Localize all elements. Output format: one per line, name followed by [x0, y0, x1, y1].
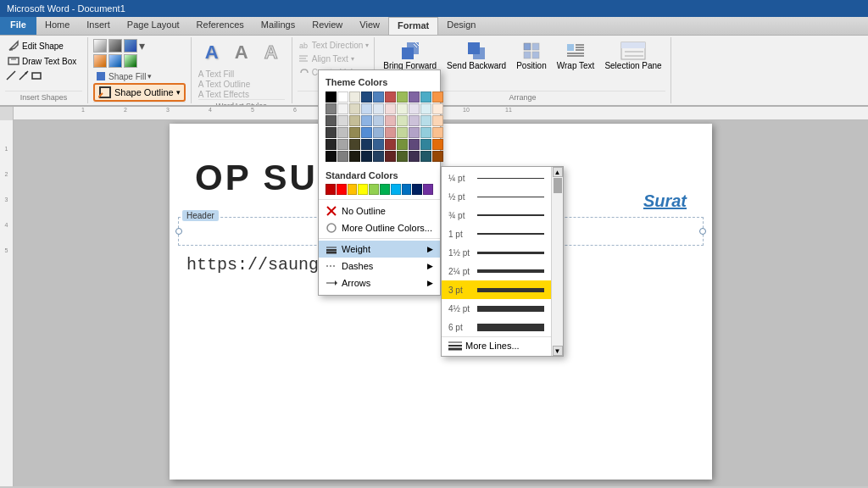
wordart-a-large[interactable]: A — [198, 39, 225, 66]
position-button[interactable]: Position — [513, 39, 550, 72]
tab-view[interactable]: View — [351, 17, 388, 35]
wordart-a-outline[interactable]: A — [228, 39, 255, 66]
handle-left[interactable] — [175, 228, 182, 235]
theme-color-swatch-55[interactable] — [385, 151, 396, 162]
theme-color-swatch-57[interactable] — [409, 151, 420, 162]
theme-color-swatch-1[interactable] — [337, 92, 348, 103]
shape-fill-button[interactable]: Shape Fill ▾ — [93, 69, 153, 83]
theme-color-swatch-56[interactable] — [397, 151, 408, 162]
more-outline-colors-item[interactable]: More Outline Colors... — [319, 219, 440, 236]
tab-file[interactable]: File — [0, 17, 36, 35]
theme-color-swatch-9[interactable] — [432, 92, 443, 103]
tab-page-layout[interactable]: Page Layout — [119, 17, 188, 35]
weight-item-2[interactable]: ¾ pt — [442, 206, 551, 225]
theme-color-swatch-51[interactable] — [337, 151, 348, 162]
theme-color-swatch-11[interactable] — [337, 103, 348, 114]
draw-text-box-button[interactable]: Draw Text Box — [5, 54, 82, 68]
theme-color-swatch-7[interactable] — [409, 92, 420, 103]
theme-color-swatch-20[interactable] — [326, 115, 337, 126]
weight-item-8[interactable]: 6 pt — [442, 318, 551, 336]
style-dropdown-icon[interactable]: ▾ — [139, 39, 146, 53]
theme-color-swatch-44[interactable] — [373, 139, 384, 150]
weight-menu-item[interactable]: Weight ▶ — [319, 241, 440, 258]
scrollbar-thumb[interactable] — [554, 178, 562, 193]
text-outline-button[interactable]: A Text Outline — [198, 80, 285, 89]
theme-color-swatch-38[interactable] — [420, 127, 431, 138]
theme-color-swatch-34[interactable] — [373, 127, 384, 138]
theme-color-swatch-41[interactable] — [337, 139, 348, 150]
std-color-swatch-3[interactable] — [358, 184, 368, 195]
more-lines-item[interactable]: More Lines... — [442, 336, 551, 354]
theme-color-swatch-3[interactable] — [361, 92, 372, 103]
std-color-swatch-1[interactable] — [337, 184, 347, 195]
theme-color-swatch-46[interactable] — [397, 139, 408, 150]
tab-references[interactable]: References — [188, 17, 253, 35]
arrow-tool-icon[interactable] — [18, 69, 30, 81]
theme-color-swatch-17[interactable] — [409, 103, 420, 114]
theme-color-swatch-35[interactable] — [385, 127, 396, 138]
weight-item-5[interactable]: 2¼ pt — [442, 262, 551, 280]
weight-item-0[interactable]: ¼ pt — [442, 169, 551, 187]
theme-color-swatch-23[interactable] — [361, 115, 372, 126]
theme-color-swatch-13[interactable] — [361, 103, 372, 114]
scrollbar-up-button[interactable]: ▲ — [553, 167, 563, 177]
theme-color-swatch-30[interactable] — [326, 127, 337, 138]
theme-color-swatch-4[interactable] — [373, 92, 384, 103]
theme-color-swatch-49[interactable] — [432, 139, 443, 150]
theme-color-swatch-29[interactable] — [432, 115, 443, 126]
std-color-swatch-7[interactable] — [402, 184, 412, 195]
tab-mailings[interactable]: Mailings — [253, 17, 303, 35]
send-backward-button[interactable]: Send Backward — [443, 39, 509, 72]
theme-color-swatch-26[interactable] — [397, 115, 408, 126]
style-preset-1[interactable] — [93, 39, 107, 53]
std-color-swatch-9[interactable] — [423, 184, 433, 195]
theme-color-swatch-5[interactable] — [385, 92, 396, 103]
theme-color-swatch-52[interactable] — [349, 151, 360, 162]
theme-color-swatch-28[interactable] — [420, 115, 431, 126]
theme-color-swatch-37[interactable] — [409, 127, 420, 138]
theme-color-swatch-14[interactable] — [373, 103, 384, 114]
theme-color-swatch-47[interactable] — [409, 139, 420, 150]
theme-color-swatch-36[interactable] — [397, 127, 408, 138]
std-color-swatch-2[interactable] — [348, 184, 358, 195]
theme-color-swatch-8[interactable] — [420, 92, 431, 103]
align-text-button[interactable]: Align Text ▾ — [298, 53, 370, 64]
line-tool-icon[interactable] — [5, 69, 17, 81]
text-fill-button[interactable]: A Text Fill — [198, 69, 285, 79]
dashes-menu-item[interactable]: Dashes ▶ — [319, 258, 440, 274]
tab-review[interactable]: Review — [303, 17, 351, 35]
wordart-a-light[interactable]: A — [258, 39, 285, 66]
shape-outline-button[interactable]: Shape Outline ▾ — [93, 83, 186, 102]
style-preset-5[interactable] — [108, 54, 122, 68]
std-color-swatch-5[interactable] — [380, 184, 390, 195]
theme-color-swatch-39[interactable] — [432, 127, 443, 138]
tab-design[interactable]: Design — [438, 17, 484, 35]
theme-color-swatch-10[interactable] — [326, 103, 337, 114]
no-outline-menu-item[interactable]: No Outline — [319, 202, 440, 219]
weight-item-6[interactable]: 3 pt — [442, 280, 551, 299]
theme-color-swatch-40[interactable] — [326, 139, 337, 150]
weight-item-1[interactable]: ½ pt — [442, 187, 551, 206]
theme-color-swatch-6[interactable] — [397, 92, 408, 103]
theme-color-swatch-45[interactable] — [385, 139, 396, 150]
theme-color-swatch-42[interactable] — [349, 139, 360, 150]
theme-color-swatch-15[interactable] — [385, 103, 396, 114]
arrows-menu-item[interactable]: Arrows ▶ — [319, 274, 440, 291]
theme-color-swatch-19[interactable] — [432, 103, 443, 114]
theme-color-swatch-31[interactable] — [337, 127, 348, 138]
theme-color-swatch-27[interactable] — [409, 115, 420, 126]
theme-color-swatch-50[interactable] — [326, 151, 337, 162]
theme-color-swatch-54[interactable] — [373, 151, 384, 162]
theme-color-swatch-18[interactable] — [420, 103, 431, 114]
theme-color-swatch-0[interactable] — [326, 92, 337, 103]
theme-color-swatch-25[interactable] — [385, 115, 396, 126]
selection-pane-button[interactable]: Selection Pane — [601, 39, 665, 72]
std-color-swatch-6[interactable] — [391, 184, 401, 195]
scrollbar-down-button[interactable]: ▼ — [553, 346, 563, 356]
style-preset-2[interactable] — [108, 39, 122, 53]
weight-item-7[interactable]: 4½ pt — [442, 299, 551, 318]
theme-color-swatch-43[interactable] — [361, 139, 372, 150]
style-preset-4[interactable] — [93, 54, 107, 68]
theme-color-swatch-21[interactable] — [337, 115, 348, 126]
tab-format[interactable]: Format — [388, 17, 438, 35]
